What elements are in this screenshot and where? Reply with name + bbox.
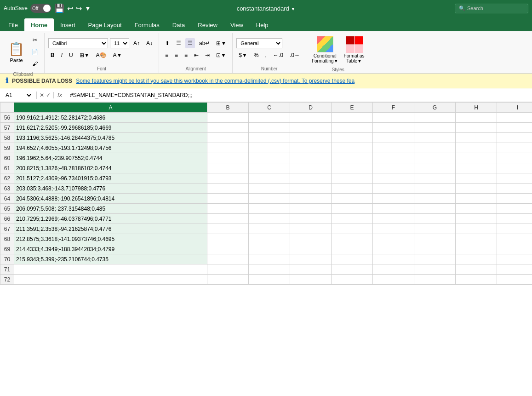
table-cell[interactable]	[414, 143, 456, 153]
font-family-select[interactable]: Calibri	[48, 38, 108, 48]
table-cell[interactable]: 211.3591;2.3538;-94.21625874;0.4776	[14, 224, 207, 234]
table-cell[interactable]	[414, 133, 456, 143]
table-cell[interactable]	[249, 234, 290, 244]
table-cell[interactable]	[414, 184, 456, 194]
tab-home[interactable]: Home	[24, 18, 54, 31]
table-cell[interactable]	[290, 244, 332, 254]
table-cell[interactable]	[249, 224, 290, 234]
table-cell[interactable]	[207, 184, 249, 194]
table-cell[interactable]	[497, 264, 532, 275]
table-cell[interactable]	[332, 143, 373, 153]
table-cell[interactable]	[373, 204, 414, 214]
percent-button[interactable]: %	[252, 50, 261, 60]
table-cell[interactable]	[373, 143, 414, 153]
table-cell[interactable]	[414, 254, 456, 264]
table-cell[interactable]	[290, 153, 332, 163]
table-cell[interactable]: 190.9162;1.4912;-52.281472;0.4686	[14, 113, 207, 123]
table-cell[interactable]	[290, 184, 332, 194]
table-cell[interactable]	[207, 163, 249, 173]
increase-decimal-button[interactable]: .0→	[287, 50, 302, 60]
table-cell[interactable]	[497, 224, 532, 234]
cancel-formula-icon[interactable]: ✕	[40, 92, 44, 98]
table-cell[interactable]	[456, 194, 497, 204]
table-cell[interactable]	[456, 143, 497, 153]
tab-data[interactable]: Data	[166, 18, 191, 31]
table-cell[interactable]	[373, 214, 414, 224]
table-cell[interactable]	[207, 244, 249, 254]
table-cell[interactable]	[249, 254, 290, 264]
table-cell[interactable]	[456, 184, 497, 194]
table-cell[interactable]	[207, 173, 249, 184]
tab-formulas[interactable]: Formulas	[128, 18, 166, 31]
table-cell[interactable]	[373, 133, 414, 143]
cut-button[interactable]: ✂	[29, 35, 40, 45]
table-cell[interactable]	[332, 153, 373, 163]
table-cell[interactable]	[497, 234, 532, 244]
table-cell[interactable]	[249, 143, 290, 153]
table-cell[interactable]	[414, 204, 456, 214]
table-cell[interactable]	[332, 123, 373, 133]
table-cell[interactable]	[373, 123, 414, 133]
decrease-font-button[interactable]: A↓	[144, 38, 155, 48]
table-cell[interactable]	[290, 173, 332, 184]
col-header-D[interactable]: D	[290, 103, 332, 113]
table-cell[interactable]: 206.0997;5.508;-237.3154848;0.485	[14, 204, 207, 214]
table-cell[interactable]	[414, 214, 456, 224]
tab-insert[interactable]: Insert	[54, 18, 82, 31]
table-cell[interactable]	[414, 113, 456, 123]
decrease-indent-button[interactable]: ⇤	[192, 50, 201, 60]
increase-indent-button[interactable]: ⇥	[203, 50, 212, 60]
table-cell[interactable]	[14, 264, 207, 275]
decrease-decimal-button[interactable]: ←.0	[271, 50, 286, 60]
table-cell[interactable]	[414, 224, 456, 234]
customize-icon[interactable]: ▼	[85, 5, 91, 12]
spreadsheet-container[interactable]: A B C D E F G H I J K L 56190.9162;1.491…	[0, 102, 532, 396]
align-right-button[interactable]: ≡	[182, 50, 190, 60]
table-cell[interactable]	[497, 204, 532, 214]
table-cell[interactable]	[290, 163, 332, 173]
table-cell[interactable]	[373, 173, 414, 184]
table-cell[interactable]	[332, 204, 373, 214]
table-cell[interactable]	[207, 264, 249, 275]
table-cell[interactable]	[207, 153, 249, 163]
table-cell[interactable]	[249, 275, 290, 285]
table-cell[interactable]: 214.4333;4.3949;-188.39442034;0.4799	[14, 244, 207, 254]
table-cell[interactable]	[456, 244, 497, 254]
table-cell[interactable]	[456, 133, 497, 143]
dropdown-icon[interactable]: ▼	[291, 6, 295, 11]
tab-help[interactable]: Help	[250, 18, 275, 31]
table-cell[interactable]	[207, 214, 249, 224]
table-cell[interactable]	[497, 194, 532, 204]
table-cell[interactable]	[290, 113, 332, 123]
merge-button[interactable]: ⊞▼	[214, 38, 229, 48]
border-button[interactable]: ⊞▼	[77, 50, 92, 60]
align-left-button[interactable]: ≡	[163, 50, 171, 60]
wrap-text-button[interactable]: ab↵	[197, 38, 212, 48]
table-cell[interactable]	[207, 133, 249, 143]
table-cell[interactable]	[373, 275, 414, 285]
table-cell[interactable]	[332, 244, 373, 254]
table-cell[interactable]	[373, 113, 414, 123]
col-header-C[interactable]: C	[249, 103, 290, 113]
table-cell[interactable]	[290, 143, 332, 153]
table-cell[interactable]: 204.5306;4.4888;-190.26541896;0.4814	[14, 194, 207, 204]
table-cell[interactable]	[249, 163, 290, 173]
table-cell[interactable]	[373, 194, 414, 204]
table-cell[interactable]	[414, 264, 456, 275]
table-cell[interactable]	[290, 264, 332, 275]
table-cell[interactable]	[14, 275, 207, 285]
table-cell[interactable]	[332, 184, 373, 194]
col-header-H[interactable]: H	[456, 103, 497, 113]
table-cell[interactable]	[290, 123, 332, 133]
table-cell[interactable]	[249, 204, 290, 214]
tab-review[interactable]: Review	[191, 18, 224, 31]
table-cell[interactable]	[373, 234, 414, 244]
bold-button[interactable]: B	[48, 50, 57, 60]
table-cell[interactable]	[373, 153, 414, 163]
italic-button[interactable]: I	[59, 50, 65, 60]
save-icon[interactable]: 💾	[54, 3, 64, 13]
table-cell[interactable]	[497, 214, 532, 224]
table-cell[interactable]	[332, 254, 373, 264]
table-cell[interactable]	[207, 234, 249, 244]
table-cell[interactable]	[373, 264, 414, 275]
